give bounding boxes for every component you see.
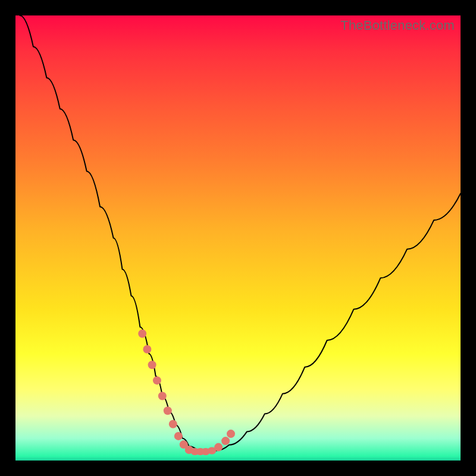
plot-svg xyxy=(15,15,461,461)
bottleneck-curve xyxy=(20,15,461,452)
marker-dot xyxy=(153,376,161,384)
marker-dot xyxy=(221,437,230,445)
marker-dot xyxy=(214,443,223,452)
marker-dot xyxy=(164,406,172,415)
marker-dot xyxy=(227,430,235,438)
marker-dot xyxy=(138,330,146,338)
highlight-markers xyxy=(138,330,235,455)
chart-area: TheBottleneck.com xyxy=(15,15,461,461)
marker-dot xyxy=(169,420,177,428)
marker-dot xyxy=(174,432,183,440)
marker-dot xyxy=(148,361,156,369)
marker-dot xyxy=(143,345,151,353)
marker-dot xyxy=(158,392,167,400)
